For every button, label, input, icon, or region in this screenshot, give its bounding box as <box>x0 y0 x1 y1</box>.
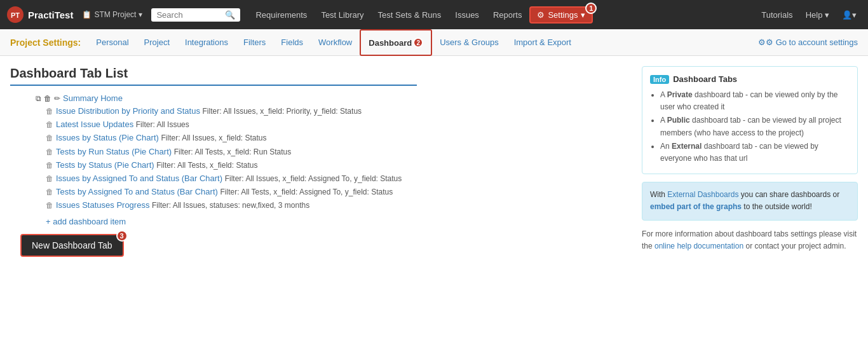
logo: PT PractiTest <box>6 6 73 24</box>
nav-link-reports[interactable]: Reports <box>487 8 529 22</box>
item-link-0[interactable]: Issue Distribution by Priority and Statu… <box>56 106 200 116</box>
item-filter-7: Filter: All Issues, statuses: new,fixed,… <box>152 201 309 210</box>
help-text: For more information about dashboard tab… <box>642 228 858 252</box>
item-link-4[interactable]: Tests by Status (Pie Chart) <box>56 160 154 170</box>
info-header: Info Dashboard Tabs <box>650 74 850 84</box>
trash-icon[interactable]: 🗑 <box>46 147 53 158</box>
online-help-link[interactable]: online help documentation <box>654 242 743 250</box>
tab-dashboard[interactable]: Dashboard 2 <box>360 29 432 56</box>
left-panel: Dashboard Tab List ⧉ 🗑 ✏ Summary Home 🗑 … <box>10 66 632 332</box>
summary-home-link[interactable]: Summary Home <box>63 93 123 103</box>
nav-link-issues[interactable]: Issues <box>449 8 485 22</box>
trash-icon[interactable]: 🗑 <box>46 187 53 198</box>
top-navigation: PT PractiTest 📋 STM Project ▾ 🔍 Requirem… <box>0 0 868 29</box>
item-link-3[interactable]: Tests by Run Status (Pie Chart) <box>56 147 172 156</box>
tab-integrations[interactable]: Integrations <box>177 29 236 56</box>
tab-personal[interactable]: Personal <box>88 29 136 56</box>
external-dashboards-link[interactable]: External Dashboards <box>667 190 738 199</box>
main-nav-links: Requirements Test Library Test Sets & Ru… <box>249 6 752 24</box>
gear-icon: ⚙ <box>537 10 545 20</box>
svg-text:PT: PT <box>11 11 20 19</box>
add-item-row: + add dashboard item <box>10 217 632 226</box>
search-box: 🔍 <box>151 8 240 22</box>
info-list-item: A Private dashboard tab - can be viewed … <box>660 89 850 113</box>
trash-icon[interactable]: 🗑 <box>46 174 53 184</box>
chevron-down-icon: ▾ <box>581 10 585 20</box>
item-link-6[interactable]: Tests by Assigned To and Status (Bar Cha… <box>56 187 218 196</box>
tab-import-export[interactable]: Import & Export <box>506 29 579 56</box>
list-item: 🗑 Tests by Status (Pie Chart) Filter: Al… <box>10 160 632 171</box>
list-item: 🗑 Issues by Assigned To and Status (Bar … <box>10 173 632 184</box>
trash-icon[interactable]: 🗑 <box>46 200 53 211</box>
nav-link-test-sets-runs[interactable]: Test Sets & Runs <box>372 8 448 22</box>
nav-link-requirements[interactable]: Requirements <box>249 8 313 22</box>
main-content: Dashboard Tab List ⧉ 🗑 ✏ Summary Home 🗑 … <box>0 56 868 342</box>
project-file-icon: 📋 <box>82 10 92 19</box>
info-list-item: An External dashboard tab - can be viewe… <box>660 140 850 165</box>
dashboard-tab-badge: 2 <box>413 38 423 48</box>
item-link-7[interactable]: Issues Statuses Progress <box>56 200 149 210</box>
list-item: 🗑 Latest Issue Updates Filter: All Issue… <box>10 119 632 130</box>
pencil-icon[interactable]: ✏ <box>54 94 60 103</box>
item-filter-2: Filter: All Issues, x_field: Status <box>161 133 266 142</box>
info-badge: Info <box>650 75 669 84</box>
section-title: Dashboard Tab List <box>10 66 417 86</box>
copy-icon[interactable]: ⧉ <box>36 94 41 103</box>
embed-graphs-link[interactable]: embed part of the graphs <box>650 202 742 211</box>
chevron-down-icon: ▾ <box>139 10 142 19</box>
settings-tabs-bar: Project Settings: Personal Project Integ… <box>0 29 868 56</box>
trash-icon[interactable]: 🗑 <box>44 94 51 103</box>
external-dashboards-box: With External Dashboards you can share d… <box>642 182 858 220</box>
item-filter-5: Filter: All Issues, x_field: Assigned To… <box>225 174 402 183</box>
practitest-logo-icon: PT <box>6 6 24 24</box>
settings-button[interactable]: ⚙ Settings ▾ 1 <box>529 6 593 24</box>
item-filter-0: Filter: All Issues, x_field: Priority, y… <box>203 107 362 116</box>
info-list-item: A Public dashboard tab - can be viewed b… <box>660 114 850 139</box>
tab-filters[interactable]: Filters <box>236 29 273 56</box>
project-selector[interactable]: 📋 STM Project ▾ <box>82 10 142 19</box>
add-dashboard-item-link[interactable]: + add dashboard item <box>46 217 126 226</box>
item-link-1[interactable]: Latest Issue Updates <box>56 120 133 129</box>
summary-home-row: ⧉ 🗑 ✏ Summary Home <box>10 93 632 103</box>
list-item: 🗑 Tests by Assigned To and Status (Bar C… <box>10 186 632 198</box>
list-item: 🗑 Issues by Status (Pie Chart) Filter: A… <box>10 132 632 144</box>
tab-workflow[interactable]: Workflow <box>311 29 360 56</box>
trash-icon[interactable]: 🗑 <box>46 106 53 117</box>
trash-icon[interactable]: 🗑 <box>46 160 53 171</box>
item-filter-4: Filter: All Tests, x_field: Status <box>156 161 257 170</box>
project-name: STM Project <box>94 10 136 19</box>
nav-link-test-library[interactable]: Test Library <box>315 8 370 22</box>
right-nav: Tutorials Help ▾ 👤▾ <box>756 8 862 22</box>
info-panel-title: Dashboard Tabs <box>673 74 737 84</box>
settings-label: Settings <box>548 10 578 20</box>
tab-fields[interactable]: Fields <box>273 29 311 56</box>
tutorials-link[interactable]: Tutorials <box>756 8 797 22</box>
info-list: A Private dashboard tab - can be viewed … <box>650 89 850 165</box>
info-box: Info Dashboard Tabs A Private dashboard … <box>642 66 858 174</box>
settings-badge: 1 <box>585 3 597 14</box>
help-link[interactable]: Help ▾ <box>801 8 834 22</box>
trash-icon[interactable]: 🗑 <box>46 133 53 144</box>
search-button[interactable]: 🔍 <box>225 10 235 20</box>
go-to-account-link[interactable]: ⚙⚙ Go to account settings <box>758 38 858 47</box>
list-item: 🗑 Issues Statuses Progress Filter: All I… <box>10 200 632 211</box>
list-item: 🗑 Issue Distribution by Priority and Sta… <box>10 106 632 117</box>
right-panel: Info Dashboard Tabs A Private dashboard … <box>642 66 858 332</box>
item-link-5[interactable]: Issues by Assigned To and Status (Bar Ch… <box>56 174 222 183</box>
tab-project[interactable]: Project <box>137 29 177 56</box>
new-dashboard-tab-button[interactable]: New Dashboard Tab 3 <box>20 234 124 257</box>
project-settings-label: Project Settings: <box>10 38 81 48</box>
search-input[interactable] <box>156 10 225 20</box>
user-avatar[interactable]: 👤▾ <box>837 8 862 22</box>
new-tab-badge: 3 <box>116 230 128 242</box>
item-filter-1: Filter: All Issues <box>136 120 189 129</box>
item-link-2[interactable]: Issues by Status (Pie Chart) <box>56 133 159 142</box>
tab-users-groups[interactable]: Users & Groups <box>432 29 506 56</box>
gear-icon: ⚙⚙ <box>758 38 773 47</box>
trash-icon[interactable]: 🗑 <box>46 120 53 130</box>
item-filter-3: Filter: All Tests, x_field: Run Status <box>174 147 292 156</box>
item-filter-6: Filter: All Tests, x_field: Assigned To,… <box>220 188 393 196</box>
new-dashboard-tab-label: New Dashboard Tab <box>32 240 112 250</box>
chevron-down-icon: ▾ <box>825 10 829 20</box>
list-item: 🗑 Tests by Run Status (Pie Chart) Filter… <box>10 146 632 158</box>
